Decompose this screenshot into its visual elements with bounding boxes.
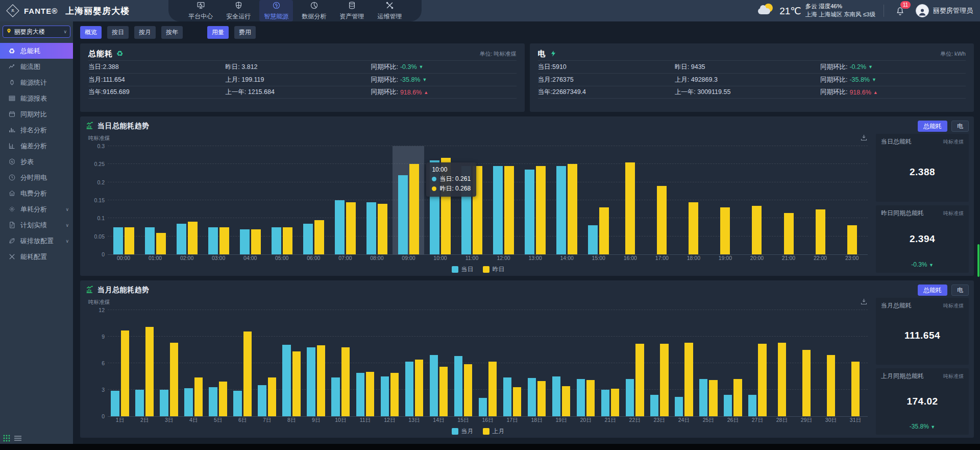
bar-group-04:00[interactable] <box>234 146 266 254</box>
sidebar-item-能源报表[interactable]: 能源报表 <box>0 90 73 106</box>
bar-group-1日[interactable] <box>108 310 132 416</box>
nav-item-运维管理[interactable]: 运维管理 <box>373 0 406 21</box>
download-icon[interactable] <box>860 134 868 143</box>
dots-grid-icon[interactable] <box>3 435 10 442</box>
bar-group-15:00[interactable] <box>583 146 615 254</box>
bar-group-26日[interactable] <box>721 310 745 416</box>
tab-按日[interactable]: 按日 <box>107 26 129 39</box>
bar-group-9日[interactable] <box>304 310 328 416</box>
bar-group-01:00[interactable] <box>139 146 171 254</box>
bar-group-28日[interactable] <box>770 310 794 416</box>
bar-group-17日[interactable] <box>500 310 525 416</box>
sidebar-item-能流图[interactable]: 能流图 <box>0 59 73 75</box>
bar-group-20日[interactable] <box>574 310 598 416</box>
tab-费用[interactable]: 费用 <box>234 26 256 39</box>
bar-group-09:00[interactable] <box>393 146 424 254</box>
sidebar-item-单耗分析[interactable]: 单耗分析∨ <box>0 201 73 217</box>
bar-group-23日[interactable] <box>647 310 672 416</box>
sidebar-item-同期对比[interactable]: 同期对比 <box>0 106 73 122</box>
bar-group-02:00[interactable] <box>171 146 203 254</box>
bar-group-21日[interactable] <box>598 310 623 416</box>
sidebar-item-偏差分析[interactable]: 偏差分析 <box>0 138 73 154</box>
bar-group-19日[interactable] <box>549 310 574 416</box>
tab-概览[interactable]: 概览 <box>80 26 102 39</box>
tab-用量[interactable]: 用量 <box>207 26 229 39</box>
bar-group-14:00[interactable] <box>551 146 583 254</box>
nav-item-智慧能源[interactable]: 智慧能源 <box>259 0 293 21</box>
bar-group-24日[interactable] <box>672 310 696 416</box>
chart-toggle-电[interactable]: 电 <box>951 121 969 132</box>
bar-group-06:00[interactable] <box>298 146 329 254</box>
nav-item-资产管理[interactable]: 资产管理 <box>335 0 369 21</box>
sidebar-item-计划实绩[interactable]: 计划实绩∨ <box>0 217 73 233</box>
bar-group-10日[interactable] <box>328 310 353 416</box>
bar-group-00:00[interactable] <box>108 146 139 254</box>
bar-group-27日[interactable] <box>745 310 770 416</box>
bar-group-18:00[interactable] <box>678 146 709 254</box>
legend-item-当日[interactable]: 当日 <box>452 265 474 274</box>
list-toggle-icon[interactable] <box>14 435 21 441</box>
bar-group-20:00[interactable] <box>741 146 773 254</box>
legend-swatch-icon <box>483 266 489 273</box>
bar-group-17:00[interactable] <box>646 146 678 254</box>
chart-toggle-电[interactable]: 电 <box>951 285 969 296</box>
bar-group-08:00[interactable] <box>361 146 393 254</box>
bar-group-15日[interactable] <box>451 310 475 416</box>
bar-group-7日[interactable] <box>255 310 279 416</box>
bar-group-2日[interactable] <box>132 310 157 416</box>
nav-item-安全运行[interactable]: 安全运行 <box>222 0 255 21</box>
bar-group-16:00[interactable] <box>615 146 646 254</box>
bar-group-07:00[interactable] <box>329 146 361 254</box>
x-axis-tick: 21日 <box>598 417 623 425</box>
bar-group-22:00[interactable] <box>804 146 836 254</box>
legend-item-昨日[interactable]: 昨日 <box>483 265 505 274</box>
bar-上月 <box>268 377 276 416</box>
bar-group-5日[interactable] <box>206 310 230 416</box>
bar-group-13日[interactable] <box>402 310 426 416</box>
bar-group-12:00[interactable] <box>488 146 520 254</box>
sidebar-item-电费分析[interactable]: 电费分析 <box>0 185 73 201</box>
bar-group-12日[interactable] <box>377 310 402 416</box>
scrollbar-thumb[interactable] <box>977 244 979 277</box>
bar-group-11日[interactable] <box>353 310 377 416</box>
nav-item-数据分析[interactable]: 数据分析 <box>297 0 331 21</box>
legend-item-上月[interactable]: 上月 <box>483 427 505 436</box>
tab-按年[interactable]: 按年 <box>161 26 183 39</box>
building-selector[interactable]: 丽婴房大楼 ∨ <box>3 26 70 38</box>
bar-group-03:00[interactable] <box>203 146 234 254</box>
chart-toggle-总能耗[interactable]: 总能耗 <box>918 121 947 132</box>
bar-group-4日[interactable] <box>181 310 206 416</box>
legend-item-当月[interactable]: 当月 <box>452 427 474 436</box>
bar-group-14日[interactable] <box>426 310 451 416</box>
notifications-button[interactable]: 11 <box>892 3 908 18</box>
bar-group-3日[interactable] <box>157 310 181 416</box>
bar-group-16日[interactable] <box>475 310 500 416</box>
bar-group-30日[interactable] <box>819 310 843 416</box>
sidebar-item-碳排放配置[interactable]: 碳排放配置∨ <box>0 233 73 249</box>
bar-group-23:00[interactable] <box>836 146 868 254</box>
user-menu[interactable]: 丽婴房管理员 <box>916 4 973 17</box>
sidebar-item-抄表[interactable]: 抄表 <box>0 154 73 170</box>
sidebar-item-能耗配置[interactable]: 能耗配置 <box>0 249 73 265</box>
bar-group-8日[interactable] <box>279 310 304 416</box>
sidebar-item-分时用电[interactable]: 分时用电 <box>0 170 73 185</box>
bar-group-21:00[interactable] <box>773 146 804 254</box>
sidebar-item-能源统计[interactable]: 能源统计 <box>0 75 73 90</box>
chart-toggle-总能耗[interactable]: 总能耗 <box>918 285 947 296</box>
bar-group-13:00[interactable] <box>520 146 551 254</box>
bar-group-18日[interactable] <box>525 310 549 416</box>
sidebar-item-总能耗[interactable]: ♻总能耗 <box>0 43 73 59</box>
tab-按月[interactable]: 按月 <box>134 26 156 39</box>
bar-group-19:00[interactable] <box>709 146 741 254</box>
bar-昨日 <box>720 207 730 254</box>
bar-group-05:00[interactable] <box>266 146 298 254</box>
bar-group-6日[interactable] <box>230 310 255 416</box>
bar-group-25日[interactable] <box>696 310 721 416</box>
sidebar-item-排名分析[interactable]: 排名分析 <box>0 122 73 138</box>
bar-上月 <box>733 379 742 416</box>
bar-group-31日[interactable] <box>843 310 868 416</box>
bar-group-29日[interactable] <box>794 310 819 416</box>
bar-group-22日[interactable] <box>623 310 647 416</box>
download-icon[interactable] <box>860 298 868 307</box>
nav-item-平台中心[interactable]: 平台中心 <box>184 0 217 21</box>
